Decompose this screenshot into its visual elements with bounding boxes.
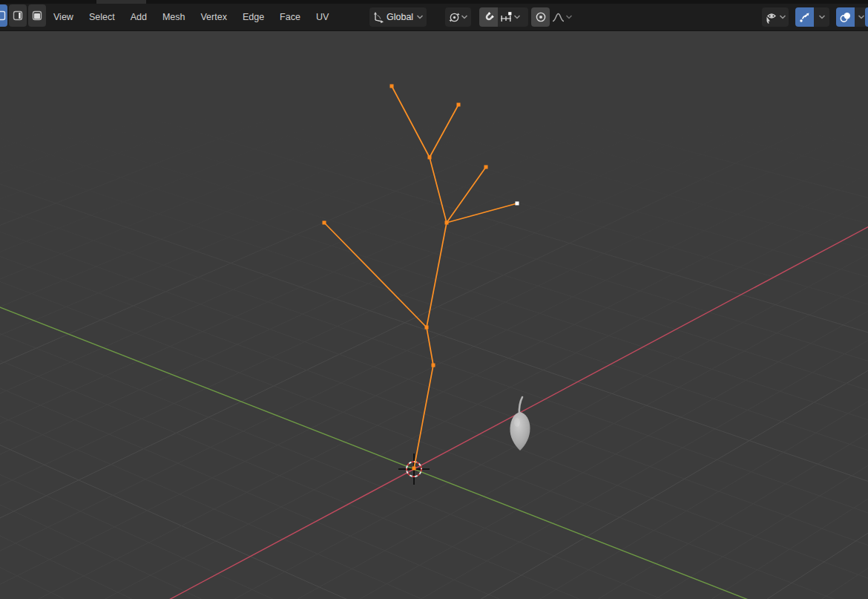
mesh-vertex[interactable] [412,467,416,471]
xray-toggle-cut[interactable] [865,7,868,27]
menu-view[interactable]: View [53,12,73,22]
chevron-down-icon [818,14,826,20]
snap-with-dropdown[interactable] [498,7,528,27]
visibility-eye-pointer-icon [764,10,779,24]
menu-add[interactable]: Add [131,12,147,22]
show-overlays-toggle[interactable] [836,7,855,27]
orientation-axes-icon [372,11,385,24]
gizmo-icon [798,11,811,24]
chevron-down-icon [416,14,424,20]
proportional-editing-group [531,7,581,27]
mesh-vertex[interactable] [323,221,326,225]
proportional-editing-toggle[interactable] [531,7,550,27]
mesh-vertex[interactable] [425,326,429,330]
chevron-down-icon [565,14,573,20]
mesh-vertex[interactable] [445,221,449,225]
show-gizmo-toggle[interactable] [795,7,814,27]
pear-object[interactable] [510,397,530,451]
menu-select[interactable]: Select [89,12,115,22]
edge-select-mode-button[interactable] [9,4,27,27]
topbar-remnant [96,0,146,4]
chevron-down-icon [461,14,468,20]
mesh-vertex-active[interactable] [516,202,519,206]
magnet-icon [483,11,495,23]
grid-fade [0,31,868,365]
proportional-editing-icon [535,11,547,23]
mesh-vertex[interactable] [484,166,488,169]
mesh-vertex[interactable] [432,364,435,367]
mesh-vertex[interactable] [457,103,461,107]
menu-bar: View Select Add Mesh Vertex Edge Face UV [53,4,329,30]
overlays-group [836,7,868,27]
vertex-select-mode-button[interactable] [0,4,7,27]
pear-highlight [514,418,520,427]
menu-edge[interactable]: Edge [243,12,264,22]
edge-select-icon [12,10,24,22]
face-select-icon [31,10,43,22]
pivot-point-dropdown[interactable] [445,7,471,27]
gizmos-group [795,7,829,27]
object-type-visibility-dropdown[interactable] [762,7,789,27]
blender-window: View Select Add Mesh Vertex Edge Face UV… [0,0,868,599]
mesh-edge[interactable] [414,365,433,468]
falloff-dropdown[interactable] [550,7,581,27]
snap-increment-icon [499,11,513,24]
viewport-header: View Select Add Mesh Vertex Edge Face UV… [0,4,868,31]
select-mode-group [0,4,46,27]
viewport-3d[interactable] [0,31,868,599]
overlays-icon [839,11,852,24]
menu-mesh[interactable]: Mesh [162,12,185,22]
transform-orientation-dropdown[interactable]: Global [369,7,427,27]
top-strip [0,0,868,4]
transform-orientation-value: Global [385,12,416,22]
pivot-point-icon [448,11,461,24]
chevron-down-icon [513,14,521,20]
falloff-curve-icon [551,11,565,24]
chevron-down-icon [779,14,786,20]
mesh-vertex[interactable] [390,85,394,88]
snapping-group [479,7,528,27]
menu-uv[interactable]: UV [316,12,329,22]
face-select-mode-button[interactable] [28,4,46,27]
vertex-select-icon [0,10,7,22]
chevron-down-icon [858,14,865,20]
scene-canvas[interactable] [0,31,868,599]
menu-vertex[interactable]: Vertex [200,12,226,22]
gizmo-dropdown[interactable] [814,7,829,27]
menu-face[interactable]: Face [280,12,300,22]
mesh-vertex[interactable] [428,156,432,160]
pear-body [510,412,530,451]
snap-toggle-button[interactable] [479,7,498,27]
